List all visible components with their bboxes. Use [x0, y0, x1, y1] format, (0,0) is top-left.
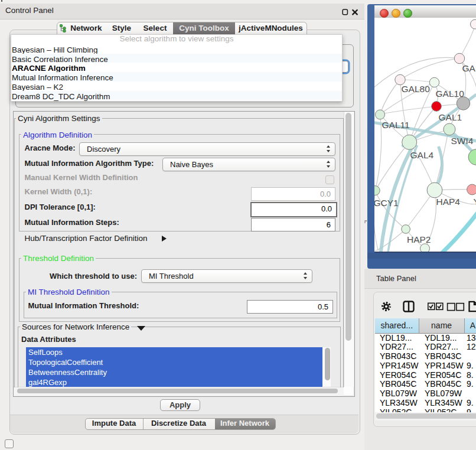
svg-text:SWI4: SWI4: [451, 136, 473, 146]
svg-text:HAP4: HAP4: [436, 197, 460, 207]
svg-text:GAL1: GAL1: [438, 112, 462, 122]
svg-text:GAL7: GAL7: [462, 63, 476, 73]
svg-text:HAP2: HAP2: [407, 234, 431, 244]
svg-text:GCY1: GCY1: [374, 198, 399, 208]
svg-text:GAL10: GAL10: [435, 89, 464, 99]
svg-text:GAL4: GAL4: [410, 150, 433, 160]
svg-text:Y: Y: [473, 197, 476, 207]
svg-text:GAL80: GAL80: [401, 84, 430, 94]
svg-text:GAL11: GAL11: [382, 120, 409, 130]
